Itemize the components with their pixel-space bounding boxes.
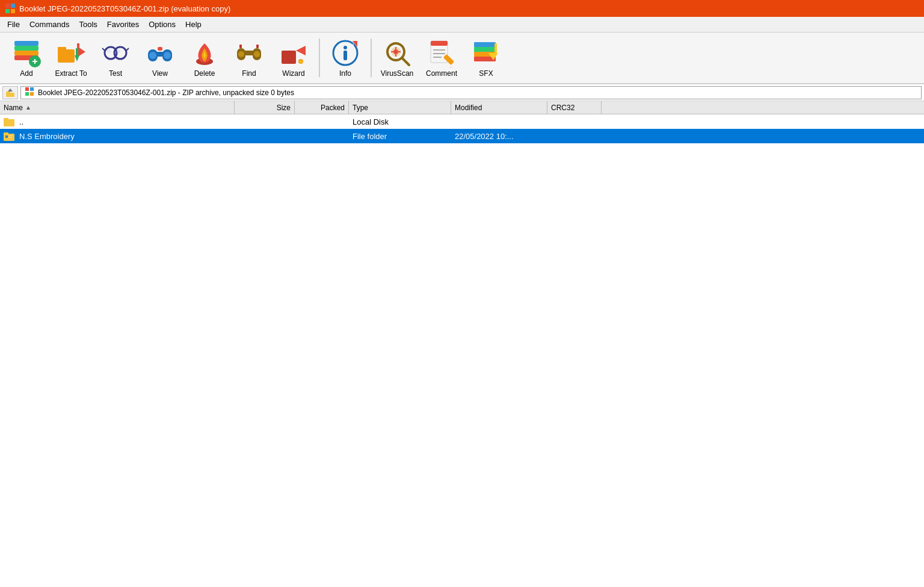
menu-commands[interactable]: Commands	[25, 18, 74, 31]
app-icon	[5, 3, 16, 14]
col-header-size[interactable]: Size	[235, 101, 295, 114]
folder-icon-parent	[4, 117, 14, 126]
navigate-up-button[interactable]	[2, 86, 18, 99]
sfx-button[interactable]: SFX	[464, 34, 508, 81]
svg-point-35	[254, 51, 260, 57]
svg-rect-59	[433, 57, 442, 58]
svg-point-23	[117, 49, 120, 53]
svg-rect-0	[5, 4, 10, 8]
comment-label: Comment	[426, 69, 457, 78]
cell-crc32-parent	[547, 114, 602, 129]
view-button[interactable]: View	[138, 34, 182, 81]
svg-rect-58	[433, 53, 445, 54]
svg-rect-67	[494, 43, 497, 53]
cell-type-parent: Local Disk	[349, 114, 451, 129]
svg-rect-57	[433, 49, 445, 51]
svg-rect-78	[4, 132, 8, 135]
menu-options[interactable]: Options	[144, 18, 180, 31]
svg-text:i: i	[353, 42, 354, 48]
svg-rect-16	[76, 48, 78, 57]
cell-size-ns	[235, 129, 295, 143]
menu-help[interactable]: Help	[180, 18, 206, 31]
column-headers: Name ▲ Size Packed Type Modified CRC32	[0, 101, 924, 114]
menu-favorites[interactable]: Favorites	[102, 18, 144, 31]
test-label: Test	[109, 69, 122, 78]
svg-rect-71	[25, 87, 29, 91]
folder-icon-ns	[4, 131, 14, 141]
table-row[interactable]: .. Local Disk	[0, 114, 924, 129]
svg-rect-2	[5, 9, 10, 13]
extract-to-button[interactable]: Extract To	[49, 34, 93, 81]
cell-size-parent	[235, 114, 295, 129]
col-header-crc32[interactable]: CRC32	[547, 101, 602, 114]
svg-rect-76	[4, 118, 8, 120]
virusscan-label: VirusScan	[381, 69, 413, 78]
svg-point-43	[343, 46, 347, 49]
delete-button[interactable]: Delete	[183, 34, 226, 81]
toolbar-separator-2	[371, 39, 372, 77]
col-header-packed[interactable]: Packed	[295, 101, 349, 114]
cell-packed-parent	[295, 114, 349, 129]
add-button[interactable]: Add	[5, 34, 48, 81]
info-label: Info	[339, 69, 351, 78]
svg-marker-61	[448, 65, 452, 67]
svg-rect-7	[14, 41, 38, 46]
file-list: Name ▲ Size Packed Type Modified CRC32	[0, 101, 924, 587]
svg-rect-81	[9, 137, 11, 138]
svg-rect-44	[343, 51, 347, 60]
info-icon: i	[331, 39, 360, 67]
svg-text:✦: ✦	[298, 58, 303, 65]
address-path[interactable]: Booklet JPEG-20220523T053046Z-001.zip - …	[20, 86, 922, 99]
extract-to-icon	[57, 39, 85, 67]
col-header-modified[interactable]: Modified	[451, 101, 547, 114]
sort-arrow-name: ▲	[25, 104, 31, 111]
wizard-label: Wizard	[282, 69, 304, 78]
col-header-name[interactable]: Name ▲	[0, 101, 235, 114]
comment-button[interactable]: Comment	[420, 34, 463, 81]
col-header-type[interactable]: Type	[349, 101, 451, 114]
svg-rect-1	[11, 4, 15, 8]
svg-line-20	[102, 48, 105, 51]
cell-packed-ns	[295, 129, 349, 143]
info-button[interactable]: i Info	[324, 34, 367, 81]
svg-rect-6	[14, 46, 38, 51]
svg-rect-3	[11, 9, 15, 13]
wizard-icon: ✦	[279, 39, 308, 67]
test-icon	[101, 39, 130, 67]
svg-rect-10	[34, 59, 35, 64]
find-icon	[235, 39, 263, 67]
svg-rect-69	[6, 92, 10, 94]
svg-point-50	[393, 49, 398, 54]
svg-rect-11	[58, 49, 75, 63]
svg-rect-74	[30, 92, 34, 96]
menu-bar: File Commands Tools Favorites Options He…	[0, 17, 924, 33]
svg-rect-36	[239, 45, 242, 48]
cell-modified-ns: 22/05/2022 10:...	[451, 129, 547, 143]
svg-rect-72	[30, 87, 34, 91]
svg-rect-56	[431, 41, 448, 46]
menu-file[interactable]: File	[2, 18, 25, 31]
svg-rect-80	[9, 135, 13, 136]
view-label: View	[152, 69, 168, 78]
cell-modified-parent	[451, 114, 547, 129]
delete-icon	[190, 39, 219, 67]
svg-rect-29	[158, 47, 162, 51]
svg-rect-5	[14, 51, 38, 55]
sfx-icon	[472, 39, 500, 67]
cell-name-parent: ..	[0, 114, 235, 129]
main-content: Name ▲ Size Packed Type Modified CRC32	[0, 101, 924, 587]
find-label: Find	[242, 69, 256, 78]
wizard-button[interactable]: ✦ Wizard	[272, 34, 315, 81]
table-row[interactable]: N.S Embroidery File folder 22/05/2022 10…	[0, 129, 924, 143]
toolbar: Add Extract To	[0, 33, 924, 84]
svg-point-27	[149, 52, 156, 59]
test-button[interactable]: Test	[94, 34, 137, 81]
svg-rect-12	[58, 47, 66, 51]
menu-tools[interactable]: Tools	[74, 18, 102, 31]
svg-rect-33	[244, 51, 254, 55]
svg-rect-37	[256, 45, 259, 48]
cell-crc32-ns	[547, 129, 602, 143]
virusscan-button[interactable]: VirusScan	[375, 34, 419, 81]
svg-rect-79	[5, 135, 8, 138]
find-button[interactable]: Find	[227, 34, 271, 81]
